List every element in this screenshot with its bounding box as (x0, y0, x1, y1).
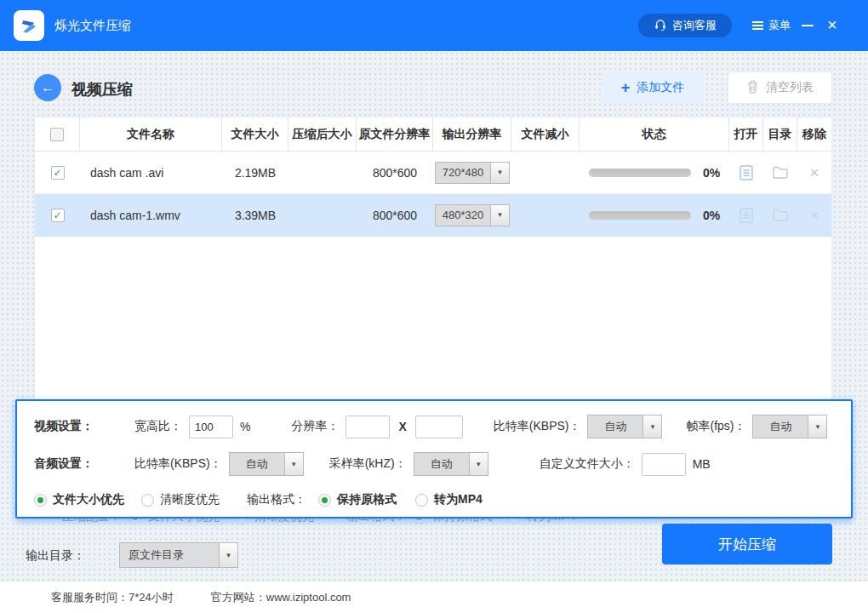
file-name: dash cam .avi (80, 166, 222, 180)
support-label: 咨询客服 (672, 18, 717, 33)
col-file-name: 文件名称 (80, 117, 222, 151)
open-directory-button[interactable] (763, 165, 797, 180)
framerate-select[interactable]: 自动 ▼ (752, 415, 827, 438)
close-button[interactable]: × (827, 0, 837, 51)
menu-label: 菜单 (768, 18, 791, 33)
chevron-down-icon: ▼ (490, 205, 509, 226)
output-resolution-cell: 480*320 ▼ (433, 204, 511, 226)
header-checkbox-cell (35, 117, 80, 151)
output-dir-select[interactable]: 原文件目录 ▼ (119, 542, 238, 568)
menu-button[interactable]: 菜单 (752, 0, 791, 51)
col-compressed-size: 压缩后大小 (288, 117, 357, 151)
close-x-icon: × (809, 164, 819, 180)
table-row[interactable]: ✓ dash cam .avi 2.19MB 800*600 720*480 ▼… (35, 152, 831, 194)
radio-to-mp4[interactable] (415, 494, 428, 507)
progress-bar (589, 169, 691, 177)
hamburger-icon (752, 25, 763, 26)
app-window: 烁光文件压缩 咨询客服 菜单 × ← 视频压缩 + 添加文件 (0, 0, 868, 613)
aspect-ratio-input[interactable] (189, 415, 233, 438)
app-title: 烁光文件压缩 (54, 0, 131, 51)
radio-size-priority[interactable] (34, 494, 47, 507)
support-button[interactable]: 咨询客服 (638, 14, 732, 37)
file-size: 3.39MB (222, 209, 288, 222)
official-website: 官方网站：www.iziptool.com (211, 590, 351, 605)
footer: 客服服务时间：7*24小时 官方网站：www.iziptool.com (0, 581, 868, 613)
file-size: 2.19MB (222, 166, 288, 180)
custom-filesize-input[interactable] (642, 453, 686, 476)
video-bitrate-select[interactable]: 自动 ▼ (587, 415, 662, 438)
original-resolution: 800*600 (357, 166, 433, 180)
audio-bitrate-label: 比特率(KBPS)： (134, 456, 222, 472)
output-dir-label: 输出目录： (26, 548, 85, 564)
output-resolution-select[interactable]: 480*320 ▼ (435, 204, 510, 226)
radio-keep-format[interactable] (318, 494, 331, 507)
aspect-ratio-label: 宽高比： (134, 419, 182, 434)
audio-settings-row: 音频设置： 比特率(KBPS)： 自动 ▼ 采样率(kHZ)： 自动 ▼ 自定义… (34, 450, 839, 478)
chevron-down-icon: ▼ (490, 163, 509, 183)
folder-icon (772, 208, 789, 222)
remove-file-button[interactable]: × (797, 164, 831, 180)
remove-file-button[interactable]: × (797, 207, 831, 223)
output-format-label: 输出格式： (247, 492, 306, 507)
table-header: 文件名称 文件大小 压缩后大小 原文件分辨率 输出分辨率 文件减小 状态 打开 … (35, 117, 831, 152)
back-button[interactable]: ← (34, 74, 61, 101)
document-icon (739, 207, 754, 224)
resolution-label: 分辨率： (291, 419, 339, 434)
samplerate-select[interactable]: 自动 ▼ (414, 452, 488, 476)
add-files-label: 添加文件 (637, 80, 684, 95)
video-settings-label: 视频设置： (34, 419, 107, 434)
back-arrow-icon: ← (41, 80, 54, 95)
app-logo-icon (14, 10, 44, 41)
folder-icon (772, 165, 789, 180)
row-checkbox[interactable]: ✓ (51, 166, 65, 180)
minimize-button[interactable] (802, 25, 814, 26)
chevron-down-icon: ▼ (469, 453, 488, 475)
original-resolution: 800*600 (357, 209, 433, 222)
status-cell: 0% (580, 209, 729, 222)
chevron-down-icon: ▼ (219, 543, 237, 567)
open-file-button[interactable] (729, 207, 763, 224)
start-compress-button[interactable]: 开始压缩 (662, 524, 832, 564)
service-hours: 客服服务时间：7*24小时 (51, 590, 174, 605)
trash-icon (746, 80, 759, 96)
audio-settings-label: 音频设置： (34, 456, 107, 472)
clarity-priority-label: 清晰度优先 (160, 492, 220, 507)
custom-filesize-label: 自定义文件大小： (540, 456, 635, 472)
settings-panel: 视频设置： 宽高比： % 分辨率： X 比特率(KBPS)： 自动 ▼ 帧率(f… (15, 399, 853, 518)
video-bitrate-label: 比特率(KBPS)： (494, 419, 581, 434)
progress-percent: 0% (703, 209, 720, 222)
open-directory-button[interactable] (763, 208, 797, 222)
row-checkbox-cell: ✓ (35, 209, 80, 222)
progress-bar (589, 211, 691, 220)
output-resolution-cell: 720*480 ▼ (433, 162, 511, 184)
keep-format-label: 保持原格式 (337, 492, 397, 507)
select-all-checkbox[interactable] (50, 128, 64, 141)
output-resolution-select[interactable]: 720*480 ▼ (435, 162, 510, 184)
mode-settings-row: 文件大小优先 清晰度优先 输出格式： 保持原格式 转为MP4 (34, 486, 839, 513)
table-row[interactable]: ✓ dash cam-1.wmv 3.39MB 800*600 480*320 … (35, 194, 831, 237)
chevron-down-icon: ▼ (808, 415, 826, 438)
samplerate-label: 采样率(kHZ)： (329, 456, 407, 472)
col-directory: 目录 (763, 117, 797, 151)
file-name: dash cam-1.wmv (80, 209, 222, 222)
col-status: 状态 (580, 117, 729, 151)
close-x-icon: × (809, 207, 819, 223)
add-files-button[interactable]: + 添加文件 (602, 72, 704, 104)
col-output-resolution: 输出分辨率 (433, 117, 511, 151)
audio-bitrate-select[interactable]: 自动 ▼ (229, 452, 304, 476)
row-checkbox[interactable]: ✓ (51, 209, 65, 222)
col-open: 打开 (729, 117, 763, 151)
col-remove: 移除 (797, 117, 831, 151)
col-original-resolution: 原文件分辨率 (357, 117, 433, 151)
resolution-height-input[interactable] (415, 415, 463, 438)
resolution-width-input[interactable] (345, 415, 390, 438)
row-checkbox-cell: ✓ (35, 166, 80, 180)
open-file-button[interactable] (729, 164, 763, 181)
headset-icon (654, 18, 667, 34)
to-mp4-label: 转为MP4 (434, 492, 483, 507)
progress-percent: 0% (703, 166, 720, 180)
radio-clarity-priority[interactable] (141, 494, 154, 507)
clear-list-button[interactable]: 清空列表 (728, 72, 832, 104)
plus-icon: + (621, 80, 631, 95)
mb-unit: MB (693, 457, 711, 471)
